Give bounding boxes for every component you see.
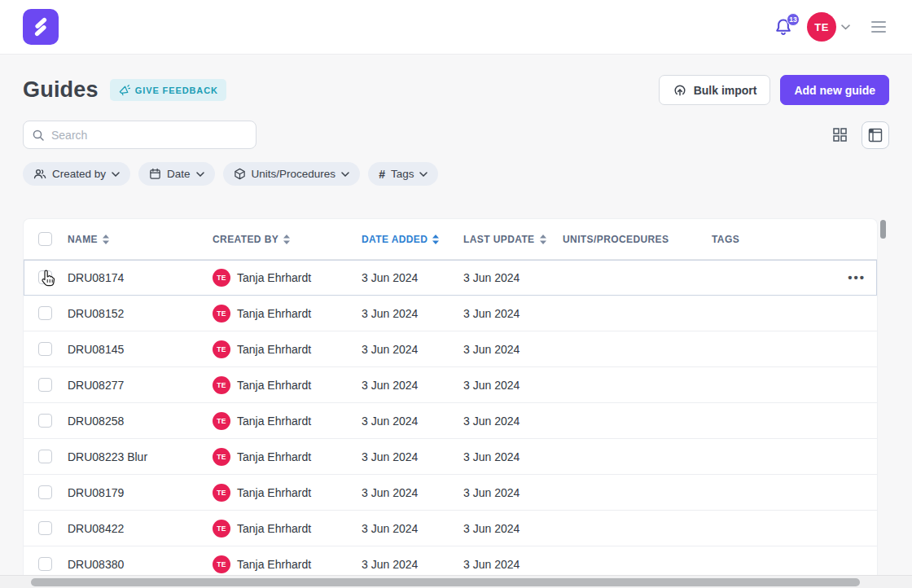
creator-cell: TE Tanja Ehrhardt — [213, 376, 362, 394]
table-row[interactable]: DRU08174 TE Tanja Ehrhardt 3 Jun 2024 3 … — [24, 260, 877, 296]
guide-name: DRU08223 Blur — [68, 450, 213, 463]
creator-avatar: TE — [213, 305, 230, 323]
menu-button[interactable] — [868, 18, 889, 36]
column-label: TAGS — [712, 234, 739, 245]
add-new-guide-button[interactable]: Add new guide — [780, 75, 889, 105]
search-box[interactable] — [23, 121, 256, 149]
column-label: DATE ADDED — [362, 234, 428, 245]
give-feedback-badge[interactable]: GIVE FEEDBACK — [110, 79, 226, 101]
date-added-cell: 3 Jun 2024 — [362, 415, 463, 428]
filters-row: Created by Date Units/Procedures # Tags — [0, 149, 912, 186]
row-checkbox[interactable] — [38, 557, 52, 571]
date-added-cell: 3 Jun 2024 — [362, 558, 463, 571]
row-checkbox[interactable] — [38, 270, 52, 284]
row-checkbox[interactable] — [38, 342, 52, 356]
last-update-cell: 3 Jun 2024 — [463, 450, 563, 463]
give-feedback-label: GIVE FEEDBACK — [135, 86, 218, 95]
creator-avatar: TE — [213, 484, 230, 502]
user-avatar[interactable]: TE — [807, 12, 836, 42]
date-added-cell: 3 Jun 2024 — [362, 486, 463, 499]
guide-name: DRU08179 — [68, 486, 213, 499]
creator-cell: TE Tanja Ehrhardt — [213, 520, 362, 538]
creator-avatar: TE — [213, 555, 230, 573]
last-update-cell: 3 Jun 2024 — [463, 558, 563, 571]
creator-cell: TE Tanja Ehrhardt — [213, 484, 362, 502]
table-row[interactable]: DRU08277 TE Tanja Ehrhardt 3 Jun 2024 3 … — [24, 367, 877, 403]
hash-icon: # — [379, 168, 385, 181]
creator-name: Tanja Ehrhardt — [237, 415, 311, 428]
grid-view-button[interactable] — [826, 121, 853, 149]
table-view-icon — [868, 128, 883, 143]
filter-tags[interactable]: # Tags — [368, 162, 438, 186]
creator-cell: TE Tanja Ehrhardt — [213, 340, 362, 358]
notification-badge: 13 — [787, 13, 800, 26]
column-label: NAME — [68, 234, 98, 245]
creator-cell: TE Tanja Ehrhardt — [213, 448, 362, 466]
sort-icon — [283, 235, 290, 244]
row-checkbox[interactable] — [38, 414, 52, 428]
filter-units-procedures[interactable]: Units/Procedures — [223, 162, 361, 186]
topbar: 13 TE — [0, 0, 912, 55]
row-checkbox[interactable] — [38, 450, 52, 463]
chevron-down-icon — [841, 24, 850, 30]
table-body: DRU08174 TE Tanja Ehrhardt 3 Jun 2024 3 … — [24, 260, 877, 582]
row-checkbox[interactable] — [38, 485, 52, 499]
creator-name: Tanja Ehrhardt — [237, 379, 311, 392]
column-header-units-procedures[interactable]: UNITS/PROCEDURES — [563, 234, 712, 245]
table-row[interactable]: DRU08152 TE Tanja Ehrhardt 3 Jun 2024 3 … — [24, 296, 877, 331]
sort-icon — [540, 235, 546, 244]
guide-name: DRU08380 — [68, 558, 213, 571]
guide-name: DRU08152 — [68, 307, 213, 320]
column-label: LAST UPDATE — [463, 234, 535, 245]
table-row[interactable]: DRU08422 TE Tanja Ehrhardt 3 Jun 2024 3 … — [24, 511, 877, 546]
bulk-import-button[interactable]: Bulk import — [659, 75, 771, 105]
select-all-checkbox[interactable] — [38, 232, 52, 246]
column-header-name[interactable]: NAME — [68, 234, 213, 245]
user-menu[interactable]: TE — [807, 12, 850, 42]
column-header-date-added[interactable]: DATE ADDED — [362, 234, 463, 245]
creator-avatar: TE — [213, 269, 230, 287]
table-row[interactable]: DRU08145 TE Tanja Ehrhardt 3 Jun 2024 3 … — [24, 331, 877, 367]
filter-label: Tags — [391, 168, 414, 180]
guide-name: DRU08174 — [68, 271, 213, 284]
filter-label: Created by — [52, 168, 106, 180]
column-header-tags[interactable]: TAGS — [712, 234, 841, 245]
column-header-created-by[interactable]: CREATED BY — [213, 234, 362, 245]
last-update-cell: 3 Jun 2024 — [463, 522, 563, 535]
notifications-button[interactable]: 13 — [773, 15, 796, 38]
row-checkbox[interactable] — [38, 521, 52, 535]
column-label: UNITS/PROCEDURES — [563, 234, 669, 245]
column-header-last-update[interactable]: LAST UPDATE — [463, 234, 563, 245]
chevron-down-icon — [341, 172, 349, 177]
search-input[interactable] — [51, 129, 248, 142]
bulk-import-label: Bulk import — [694, 84, 757, 97]
table-header-row: NAME CREATED BY DATE ADDED LAST UPDATE U… — [24, 219, 877, 260]
megaphone-icon — [118, 84, 130, 96]
row-checkbox[interactable] — [38, 378, 52, 392]
horizontal-scrollbar-track — [0, 575, 912, 588]
filter-label: Date — [167, 168, 191, 180]
creator-avatar: TE — [213, 340, 230, 358]
table-row[interactable]: DRU08223 Blur TE Tanja Ehrhardt 3 Jun 20… — [24, 439, 877, 475]
date-added-cell: 3 Jun 2024 — [362, 379, 463, 392]
creator-name: Tanja Ehrhardt — [237, 343, 311, 356]
chevron-down-icon — [196, 172, 204, 177]
row-checkbox[interactable] — [38, 306, 52, 320]
creator-cell: TE Tanja Ehrhardt — [213, 305, 362, 323]
row-menu-button[interactable]: ••• — [841, 270, 877, 284]
creator-name: Tanja Ehrhardt — [237, 450, 311, 463]
guide-name: DRU08422 — [68, 522, 213, 535]
date-added-cell: 3 Jun 2024 — [362, 307, 463, 320]
creator-name: Tanja Ehrhardt — [237, 307, 311, 320]
table-view-button[interactable] — [862, 121, 889, 149]
table-row[interactable]: DRU08179 TE Tanja Ehrhardt 3 Jun 2024 3 … — [24, 475, 877, 511]
app-logo[interactable] — [23, 9, 59, 45]
table-row[interactable]: DRU08258 TE Tanja Ehrhardt 3 Jun 2024 3 … — [24, 403, 877, 439]
filter-created-by[interactable]: Created by — [23, 162, 130, 186]
vertical-scrollbar[interactable] — [880, 220, 886, 239]
filter-date[interactable]: Date — [138, 162, 215, 186]
creator-cell: TE Tanja Ehrhardt — [213, 269, 362, 287]
horizontal-scrollbar[interactable] — [31, 578, 860, 586]
guide-name: DRU08277 — [68, 379, 213, 392]
last-update-cell: 3 Jun 2024 — [463, 379, 563, 392]
